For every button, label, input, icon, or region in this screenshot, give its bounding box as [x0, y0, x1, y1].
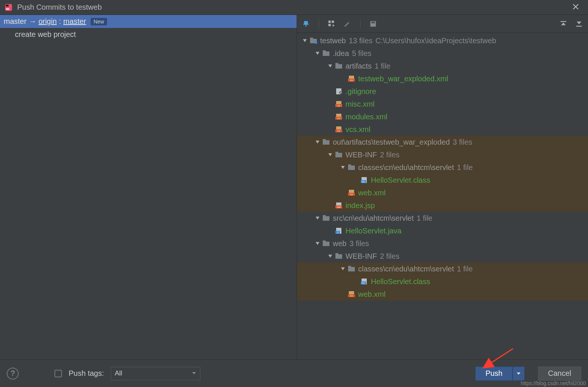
- tree-row[interactable]: <>testweb_war_exploded.xml: [297, 72, 588, 85]
- tree-item-name: artifacts: [345, 62, 372, 70]
- tree-row[interactable]: out\artifacts\testweb_war_exploded3 file…: [297, 136, 588, 148]
- tree-row[interactable]: WEB-INF2 files: [297, 148, 588, 161]
- svg-text:<>: <>: [350, 193, 353, 196]
- tree-row[interactable]: JHelloServlet.java: [297, 224, 588, 237]
- tree-row[interactable]: classes\cn\edu\ahtcm\servlet1 file: [297, 161, 588, 174]
- svg-rect-17: [335, 63, 338, 65]
- expand-arrow-icon[interactable]: [340, 164, 346, 171]
- dialog-title: Push Commits to testweb: [17, 3, 102, 12]
- push-dropdown-button[interactable]: [513, 366, 525, 381]
- xml-icon: <>: [348, 189, 356, 196]
- expand-arrow-icon[interactable]: [340, 265, 346, 272]
- edit-icon[interactable]: [342, 19, 353, 29]
- tree-row[interactable]: <>modules.xml: [297, 110, 588, 123]
- expand-all-icon[interactable]: [558, 19, 569, 29]
- chevron-down-icon: [192, 369, 196, 377]
- expand-arrow-icon[interactable]: [314, 215, 321, 221]
- tree-row[interactable]: <>misc.xml: [297, 98, 588, 110]
- tree-item-name: WEB-INF: [345, 151, 377, 159]
- tree-row[interactable]: 01HelloServlet.class: [297, 174, 588, 186]
- file-count: 13 files: [349, 37, 372, 45]
- svg-rect-12: [310, 38, 313, 40]
- tree-item-name: testweb_war_exploded.xml: [358, 75, 448, 83]
- push-tags-combo[interactable]: All: [111, 367, 200, 380]
- tree-row[interactable]: 01HelloServlet.class: [297, 275, 588, 288]
- tree-item-name: web.xml: [358, 290, 385, 299]
- tree-row[interactable]: JSPindex.jsp: [297, 199, 588, 212]
- file-count: 3 files: [350, 239, 369, 248]
- expand-arrow-icon[interactable]: [314, 139, 321, 145]
- tree-row[interactable]: WEB-INF2 files: [297, 250, 588, 262]
- collapse-all-icon[interactable]: [574, 19, 584, 29]
- folder-icon: [348, 164, 356, 171]
- svg-text:<>: <>: [337, 117, 340, 120]
- folder-icon: [335, 151, 343, 158]
- svg-rect-56: [335, 253, 338, 255]
- file-path: C:\Users\hufox\IdeaProjects\testweb: [375, 37, 496, 45]
- expand-arrow-icon[interactable]: [301, 37, 308, 44]
- xml-icon: <>: [348, 291, 356, 298]
- file-count: 1 file: [457, 265, 473, 273]
- tree-row[interactable]: <>web.xml: [297, 288, 588, 301]
- svg-rect-8: [371, 21, 375, 23]
- tree-item-name: misc.xml: [345, 100, 375, 108]
- tree-item-name: src\cn\edu\ahtcm\servlet: [333, 214, 414, 223]
- tree-item-name: testweb: [320, 37, 346, 45]
- expand-arrow-icon[interactable]: [327, 151, 334, 158]
- folder-icon: [322, 240, 331, 247]
- tree-row[interactable]: .idea5 files: [297, 47, 588, 60]
- file-tree[interactable]: testweb13 filesC:\Users\hufox\IdeaProjec…: [297, 33, 588, 359]
- disk-icon[interactable]: [368, 19, 378, 29]
- tree-row[interactable]: web3 files: [297, 237, 588, 250]
- xml-icon: <>: [335, 101, 343, 107]
- file-toolbar: [297, 15, 588, 33]
- svg-rect-3: [306, 25, 307, 26]
- expand-arrow-icon[interactable]: [327, 63, 334, 69]
- help-button[interactable]: ?: [7, 368, 19, 380]
- tree-item-name: classes\cn\edu\ahtcm\servlet: [358, 265, 454, 273]
- class-icon: 01: [360, 177, 369, 183]
- svg-text:<>: <>: [337, 104, 340, 107]
- group-by-icon[interactable]: [326, 19, 337, 29]
- file-count: 2 files: [380, 151, 399, 159]
- svg-text:JSP: JSP: [337, 206, 341, 208]
- expand-arrow-icon[interactable]: [314, 50, 321, 57]
- svg-rect-13: [315, 41, 317, 44]
- branch-header[interactable]: master → origin : master New: [0, 15, 297, 28]
- pin-icon[interactable]: [301, 19, 311, 29]
- jsp-icon: JSP: [335, 202, 343, 209]
- expand-arrow-icon[interactable]: [327, 253, 334, 259]
- push-tags-checkbox[interactable]: [54, 370, 62, 377]
- push-tags-combo-value: All: [115, 369, 122, 377]
- cancel-button[interactable]: Cancel: [538, 366, 581, 381]
- tree-row[interactable]: <>web.xml: [297, 186, 588, 199]
- push-tags-label: Push tags:: [69, 369, 104, 378]
- xml-icon: <>: [348, 75, 356, 82]
- close-button[interactable]: [568, 1, 584, 14]
- folder-icon: [335, 63, 343, 69]
- tree-item-name: web.xml: [358, 189, 385, 197]
- tree-row[interactable]: testweb13 filesC:\Users\hufox\IdeaProjec…: [297, 34, 588, 47]
- file-count: 2 files: [380, 252, 399, 261]
- separator: [319, 19, 319, 28]
- svg-rect-5: [332, 21, 334, 23]
- tree-item-name: modules.xml: [345, 113, 387, 121]
- svg-rect-58: [348, 266, 351, 268]
- commit-message[interactable]: create web project: [0, 28, 297, 41]
- expand-arrow-icon[interactable]: [314, 240, 321, 247]
- module-icon: [310, 37, 318, 44]
- xml-icon: <>: [335, 126, 343, 133]
- push-button[interactable]: Push: [475, 366, 513, 381]
- tree-row[interactable]: artifacts1 file: [297, 60, 588, 72]
- tree-item-name: .idea: [333, 49, 349, 58]
- svg-text:<>: <>: [350, 79, 353, 82]
- tree-row[interactable]: <>vcs.xml: [297, 123, 588, 136]
- svg-text:<>: <>: [337, 130, 340, 132]
- svg-rect-1: [6, 4, 9, 6]
- svg-text:01: 01: [362, 180, 365, 183]
- tree-row[interactable]: classes\cn\edu\ahtcm\servlet1 file: [297, 262, 588, 275]
- tree-row[interactable]: .gitignore: [297, 85, 588, 98]
- remote-name-link[interactable]: origin: [38, 17, 57, 26]
- remote-branch-link[interactable]: master: [63, 17, 86, 26]
- tree-row[interactable]: src\cn\edu\ahtcm\servlet1 file: [297, 212, 588, 224]
